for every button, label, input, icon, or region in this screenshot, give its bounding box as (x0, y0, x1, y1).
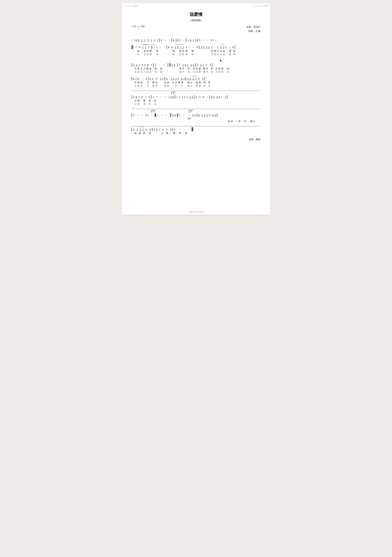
line2-lyrics2: 又 有 几 人 能 说 得 清 情 中 有 没 有 爱 爱 中 有 没 (132, 71, 260, 74)
line4-lyrics2: 让 我 看 得 清 (132, 103, 260, 106)
key-tempo: 1=D 4 4 ♩=60 (132, 25, 144, 30)
volta2-bracket: 2. (152, 110, 156, 113)
line2-notes: 3 2 2 3 5 6 5 5 － － 5 (132, 63, 260, 67)
volta1-bracket: 1. (171, 92, 176, 95)
notation-credit: 记谱：星韵 (249, 138, 260, 141)
line1-notes: : 1 0 1 2 3 6 1 1 － － (132, 45, 260, 49)
line6-block: 2 2 2 3 6 0 5· 6· 5· 0 3 (132, 127, 260, 135)
time-signature: 4 4 (137, 25, 138, 30)
watermark-top-right: www.ktv8.cn 词曲谱 (253, 5, 269, 7)
ds-mark: D.S (188, 117, 191, 120)
page: www.ktv8.cn 词曲谱 www.ktv8.cn 词曲谱 说爱情 （郭祁演… (122, 3, 270, 215)
line5-notes: 2 － － 0 ）： : 1 － － 5 (132, 113, 260, 117)
line5-lyrics: 你 的 一 言 一 行 能 让 (132, 120, 260, 123)
line6-lyrics: 我 看 得 清 让 我 看 得 清 (132, 132, 260, 135)
volta3-bracket: 3. (189, 110, 193, 113)
line5-block: 2. 3. 2 － － 0 ）： : 1 － － (132, 110, 260, 123)
line3-lyrics1: 不 要 说 不 要 说 你 的 点 点 滴 滴 能 让 我 看 得 清 (132, 81, 260, 84)
line6-notes: 2 2 2 3 6 0 5· 6· 5· 0 3 (132, 127, 260, 131)
line4-block: 1. 5· 6· 5· 0 3 6 1 － － －（ 5 6 (132, 92, 260, 106)
song-subtitle: （郭祁演唱） (132, 19, 260, 22)
key-text: 1=D (132, 25, 136, 28)
line1-block: : 1 0 1 2 3 6 1 1 － － (132, 45, 260, 56)
line4-notes: 5· 6· 5· 0 3 6 1 － － －（ 5 6 i 1 2 (132, 95, 260, 99)
line2-lyrics1: 又 有 几 人 能 说 得 清 情 中 有 没 有 爱 爱 中 有 没 (132, 67, 260, 70)
line1-lyrics2: 你 也 说 爱 情 我 也 说 爱 情 到 底 什 么 是 爱 情 (132, 53, 260, 56)
watermark-top-left: www.ktv8.cn 词曲谱 (123, 5, 139, 7)
intro-block: |（ 0 1 2 3 5 3 2 1 6 － － 6 3 2 (132, 38, 260, 42)
tempo-text: ♩=60 (139, 25, 144, 28)
line2-block: 𝄋 3 2 2 3 5 6 5 5 － － (132, 59, 260, 74)
composer: 作曲：王 崴 (247, 29, 260, 33)
line3-notes: 6 7 6 － 6 5 3· 0 3 5 6 · 3 3 2 0 6 (132, 77, 260, 81)
intro-notes: |（ 0 1 2 3 5 3 2 1 6 － － 6 3 2 (132, 38, 260, 42)
watermark-bottom: 本曲谱源自 词曲谱 (189, 211, 204, 213)
line4-lyrics1: 让 我 看 得 清 (132, 99, 260, 102)
separator3 (132, 126, 260, 126)
credits: 作词：吴玉叶 作曲：王 崴 (247, 25, 260, 33)
song-title: 说爱情 (132, 12, 260, 17)
line3-block: 6 7 6 － 6 5 3· 0 3 5 6 · 3 3 2 0 6 (132, 77, 260, 87)
line3-lyrics2: 不 要 说 不 要 说 你 的 一 言 一 行 能 让 我 看 得 清 (132, 84, 260, 87)
meta-row: 1=D 4 4 ♩=60 作词：吴玉叶 作曲：王 崴 (132, 25, 260, 33)
line1-lyrics1: 你 也 说 爱 情 我 也 说 爱 情 到 底 什 么 是 爱 情 (132, 49, 260, 52)
final-barline (191, 127, 193, 131)
segno-sign: 𝄋 (220, 59, 221, 63)
lyricist: 作词：吴玉叶 (247, 25, 260, 29)
